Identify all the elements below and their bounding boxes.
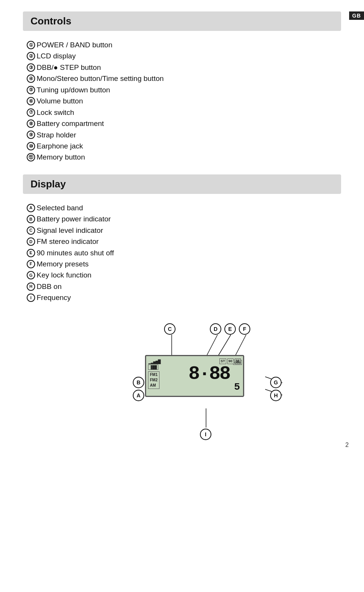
controls-header: Controls <box>23 11 341 31</box>
item-text: Key lock function <box>37 271 92 279</box>
item-text: Tuning up/down button <box>37 86 110 94</box>
list-item: ⑩Earphone jack <box>27 140 341 152</box>
controls-title: Controls <box>31 15 333 27</box>
item-text: 90 minutes auto shut off <box>37 249 114 257</box>
item-num: ② <box>27 52 35 60</box>
item-text: LCD display <box>37 52 76 60</box>
list-item: ⑤Tuning up/down button <box>27 84 341 95</box>
list-item: E90 minutes auto shut off <box>27 247 341 258</box>
item-num: ③ <box>27 63 35 72</box>
item-text: Volume button <box>37 97 83 105</box>
item-num: ⑦ <box>27 108 35 117</box>
diagram-label-d: D <box>210 323 221 335</box>
list-item: ③DBB/● STEP button <box>27 62 341 73</box>
item-text: DBB on <box>37 282 61 290</box>
item-text: FM stereo indicator <box>37 237 99 245</box>
item-letter: D <box>27 237 35 246</box>
item-text: POWER / BAND button <box>37 41 113 49</box>
page-number: 2 <box>345 442 349 448</box>
list-item: ASelected band <box>27 202 341 213</box>
item-text: Mono/Stereo button/Time setting button <box>37 74 164 82</box>
item-num: ⑪ <box>27 153 35 161</box>
item-text: Earphone jack <box>37 142 83 150</box>
item-letter: B <box>27 215 35 223</box>
diagram-label-e: E <box>224 323 236 335</box>
display-header: Display <box>23 174 341 194</box>
frequency-digits: 8·88 <box>188 365 230 384</box>
item-text: Strap holder <box>37 131 76 139</box>
signal-bars: ▁▂▄▅▇ <box>148 359 160 364</box>
item-text: Memory button <box>37 153 85 161</box>
list-item: ④Mono/Stereo button/Time setting button <box>27 73 341 84</box>
svg-line-1 <box>206 335 217 357</box>
lcd-screen: ▁▂▄▅▇ ST 90 M ▐██ FM1FM2AM 8·88 <box>145 355 244 397</box>
lcd-display: ▁▂▄▅▇ ST 90 M ▐██ FM1FM2AM 8·88 <box>145 355 244 397</box>
i-circle: I <box>200 429 211 440</box>
list-item: GKey lock function <box>27 269 341 281</box>
diagram-label-b: B <box>133 377 144 388</box>
item-letter: H <box>27 282 35 291</box>
item-num: ⑩ <box>27 142 35 150</box>
display-list: ASelected band BBattery power indicator … <box>23 202 341 303</box>
item-letter: E <box>27 249 35 257</box>
list-item: ①POWER / BAND button <box>27 39 341 50</box>
h-circle: H <box>270 390 282 401</box>
list-item: ⑥Volume button <box>27 95 341 106</box>
list-item: HDBB on <box>27 281 341 292</box>
c-circle: C <box>164 323 176 335</box>
controls-list: ①POWER / BAND button ②LCD display ③DBB/●… <box>23 39 341 163</box>
list-item: DFM stereo indicator <box>27 236 341 247</box>
diagram-label-c: C <box>164 323 176 335</box>
diagram-label-a: A <box>133 390 144 401</box>
item-text: Frequency <box>37 294 71 302</box>
list-item: ⑧Battery compartment <box>27 118 341 129</box>
frequency-digit-5: 5 <box>234 381 240 393</box>
display-title: Display <box>31 178 333 190</box>
item-letter: G <box>27 271 35 279</box>
item-text: Lock switch <box>37 108 74 116</box>
item-num: ⑧ <box>27 119 35 128</box>
item-text: Battery compartment <box>37 119 104 127</box>
diagram-label-g: G <box>270 377 282 388</box>
gb-badge: GB <box>349 11 364 20</box>
item-text: Signal level indicator <box>37 226 103 234</box>
f-circle: F <box>239 323 250 335</box>
item-text: Battery power indicator <box>37 215 111 223</box>
list-item: CSignal level indicator <box>27 225 341 236</box>
item-num: ④ <box>27 74 35 83</box>
band-selector: FM1FM2AM <box>148 371 159 389</box>
dbb-indicator: DBB <box>233 360 242 365</box>
list-item: BBattery power indicator <box>27 213 341 224</box>
item-letter: C <box>27 226 35 235</box>
diagram-label-h: H <box>270 390 282 401</box>
d-circle: D <box>210 323 221 335</box>
item-letter: I <box>27 294 35 302</box>
item-num: ⑤ <box>27 86 35 94</box>
diagram-label-i: I <box>200 429 211 440</box>
e-circle: E <box>224 323 236 335</box>
item-num: ⑨ <box>27 131 35 139</box>
diagram-label-f: F <box>239 323 250 335</box>
item-letter: F <box>27 260 35 268</box>
item-num: ① <box>27 41 35 49</box>
svg-line-3 <box>235 335 246 357</box>
item-text: Selected band <box>37 204 83 212</box>
a-circle: A <box>133 390 144 401</box>
g-circle: G <box>270 377 282 388</box>
list-item: IFrequency <box>27 292 341 303</box>
item-num: ⑥ <box>27 97 35 105</box>
item-letter: A <box>27 204 35 212</box>
list-item: ⑨Strap holder <box>27 129 341 140</box>
item-text: DBB/● STEP button <box>37 63 101 71</box>
list-item: ②LCD display <box>27 50 341 61</box>
battery-indicator: ▐██ <box>148 365 158 370</box>
list-item: ⑪Memory button <box>27 152 341 163</box>
item-text: Memory presets <box>37 260 89 268</box>
list-item: FMemory presets <box>27 258 341 269</box>
list-item: ⑦Lock switch <box>27 107 341 118</box>
b-circle: B <box>133 377 144 388</box>
svg-line-2 <box>217 335 231 357</box>
display-diagram: C D E F B A G H I <box>23 315 341 445</box>
